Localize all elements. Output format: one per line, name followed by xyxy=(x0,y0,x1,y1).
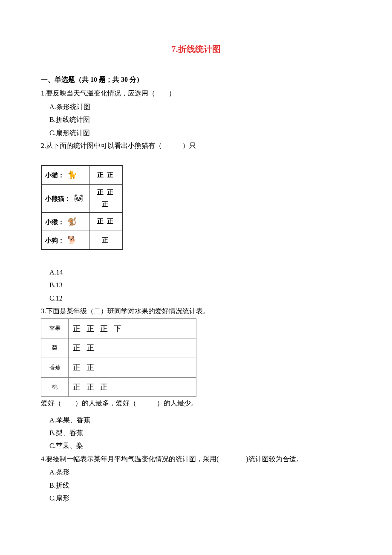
table-row: 苹果 正正正下 xyxy=(41,319,196,338)
table-row: 桃 正正正 xyxy=(41,377,196,397)
q3-option-a: A.苹果、香蕉 xyxy=(41,414,351,427)
q2-option-c: C.12 xyxy=(41,292,351,305)
table-row: 小猴： 🐒 正 正 xyxy=(41,212,122,231)
q1-option-a: A.条形统计图 xyxy=(41,101,351,113)
table-row: 香蕉 正正 xyxy=(41,358,196,377)
question-4-stem: 4.要绘制一幅表示某年月平均气温变化情况的统计图，采用( )统计图较为合适。 xyxy=(41,453,351,465)
monkey-icon: 🐒 xyxy=(67,214,77,229)
row-label: 香蕉 xyxy=(41,358,69,377)
section-header: 一、单选题（共 10 题；共 30 分） xyxy=(41,73,351,86)
tally-value: 正 xyxy=(89,231,122,249)
fruit-tally-table: 苹果 正正正下 梨 正正 香蕉 正正 桃 正正正 xyxy=(41,318,196,397)
row-label: 小狗： xyxy=(45,237,64,244)
row-label: 梨 xyxy=(41,338,69,358)
tally-value: 正正 xyxy=(69,338,196,358)
q1-option-b: B.折线统计图 xyxy=(41,113,351,126)
page-title: 7.折线统计图 xyxy=(41,41,351,57)
tally-value: 正正正下 xyxy=(69,319,196,338)
table-row: 小猫： 🐈 正 正 xyxy=(41,165,122,184)
dog-icon: 🐕 xyxy=(67,233,77,247)
panda-icon: 🐼 xyxy=(74,191,83,205)
row-label: 小熊猫： xyxy=(45,195,71,202)
table-row: 小熊猫： 🐼 正 正 正 xyxy=(41,184,122,212)
tally-value: 正 正 xyxy=(89,165,122,184)
tally-value: 正正正 xyxy=(69,377,196,397)
row-label: 桃 xyxy=(41,377,69,397)
animals-tally-table: 小猫： 🐈 正 正 小熊猫： 🐼 正 正 正 小猴： 🐒 正 正 小狗： 🐕 正 xyxy=(41,165,123,250)
q1-option-c: C.扇形统计图 xyxy=(41,127,351,139)
q3-option-c: C.苹果、梨 xyxy=(41,439,351,452)
q2-option-a: A.14 xyxy=(41,266,351,279)
cat-icon: 🐈 xyxy=(67,168,77,182)
question-3-followup: 爱好（ ）的人最多，爱好（ ）的人最少。 xyxy=(41,397,351,410)
question-3-stem: 3.下面是某年级（二）班同学对水果的爱好情况统计表。 xyxy=(41,305,351,318)
q3-option-b: B.梨、香蕉 xyxy=(41,427,351,439)
question-1-stem: 1.要反映当天气温变化情况，应选用（ ） xyxy=(41,87,351,100)
tally-value: 正正 xyxy=(69,358,196,377)
table-row: 小狗： 🐕 正 xyxy=(41,231,122,249)
q4-option-c: C.扇形 xyxy=(41,492,351,505)
row-label: 小猫： xyxy=(45,172,64,179)
row-label: 苹果 xyxy=(41,319,69,338)
table-row: 梨 正正 xyxy=(41,338,196,358)
tally-value: 正 正 正 xyxy=(89,184,122,212)
question-2-stem: 2.从下面的统计图中可以看出小熊猫有（ ）只 xyxy=(41,139,351,152)
row-label: 小猴： xyxy=(45,219,64,225)
q2-option-b: B.13 xyxy=(41,279,351,292)
q4-option-b: B.折线 xyxy=(41,479,351,492)
tally-value: 正 正 xyxy=(89,212,122,231)
q4-option-a: A.条形 xyxy=(41,466,351,479)
